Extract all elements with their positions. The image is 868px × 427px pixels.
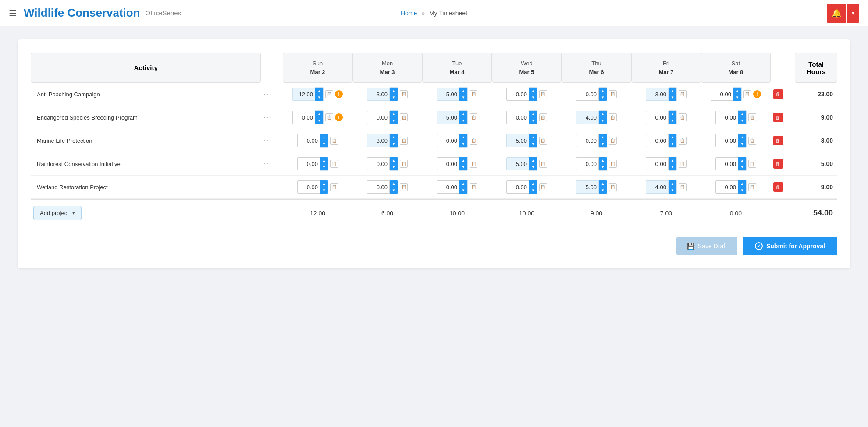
hours-input-r2-d5[interactable] <box>646 134 669 147</box>
hours-input-r3-d6[interactable] <box>715 157 738 170</box>
hours-input-r4-d2[interactable] <box>437 180 459 194</box>
spin-up-r0-d3[interactable]: ▲ <box>529 88 537 94</box>
spin-down-r3-d2[interactable]: ▼ <box>459 164 467 170</box>
spin-down-r3-d6[interactable]: ▼ <box>738 164 746 170</box>
hours-input-r1-d6[interactable] <box>715 111 738 124</box>
spin-up-r3-d3[interactable]: ▲ <box>529 157 537 164</box>
spin-down-r2-d4[interactable]: ▼ <box>599 141 607 147</box>
note-icon-r1-d0[interactable]: 📋 <box>325 113 333 121</box>
spin-down-r2-d3[interactable]: ▼ <box>529 141 537 147</box>
note-icon-r0-d2[interactable]: 📋 <box>470 90 477 98</box>
spin-down-r2-d1[interactable]: ▼ <box>390 141 398 147</box>
warning-icon-r0-d0[interactable]: i <box>335 90 343 98</box>
spin-down-r3-d5[interactable]: ▼ <box>669 164 676 170</box>
note-icon-r3-d2[interactable]: 📋 <box>470 160 477 168</box>
hours-input-r3-d4[interactable] <box>576 157 599 170</box>
breadcrumb-home[interactable]: Home <box>401 10 417 17</box>
spin-up-r1-d0[interactable]: ▲ <box>315 111 323 117</box>
note-icon-r1-d5[interactable]: 📋 <box>679 113 687 121</box>
note-icon-r4-d4[interactable]: 📋 <box>609 183 617 191</box>
hours-input-r1-d4[interactable] <box>576 111 599 124</box>
delete-row-button-0[interactable]: 🗑 <box>773 89 783 99</box>
hours-input-r4-d6[interactable] <box>715 180 738 194</box>
hours-input-r2-d1[interactable] <box>367 134 390 147</box>
spin-up-r1-d6[interactable]: ▲ <box>738 111 746 117</box>
spin-up-r1-d1[interactable]: ▲ <box>390 111 398 117</box>
hours-input-r1-d3[interactable] <box>506 111 529 124</box>
warning-icon-r1-d0[interactable]: i <box>335 113 343 121</box>
note-icon-r1-d6[interactable]: 📋 <box>748 113 756 121</box>
note-icon-r3-d4[interactable]: 📋 <box>609 160 617 168</box>
note-icon-r4-d2[interactable]: 📋 <box>470 183 477 191</box>
spin-up-r2-d5[interactable]: ▲ <box>669 134 676 141</box>
spin-down-r0-d6[interactable]: ▼ <box>733 94 741 101</box>
spin-down-r1-d1[interactable]: ▼ <box>390 117 398 124</box>
spin-down-r1-d0[interactable]: ▼ <box>315 117 323 124</box>
note-icon-r0-d4[interactable]: 📋 <box>609 90 617 98</box>
hours-input-r0-d5[interactable] <box>646 88 669 101</box>
note-icon-r1-d3[interactable]: 📋 <box>539 113 547 121</box>
spin-up-r1-d2[interactable]: ▲ <box>459 111 467 117</box>
hours-input-r0-d6[interactable] <box>711 88 733 101</box>
note-icon-r0-d0[interactable]: 📋 <box>325 90 333 98</box>
row-options-2[interactable]: ··· <box>261 129 283 152</box>
note-icon-r2-d5[interactable]: 📋 <box>679 137 687 145</box>
spin-up-r1-d5[interactable]: ▲ <box>669 111 676 117</box>
hours-input-r3-d0[interactable] <box>297 157 320 170</box>
menu-icon[interactable]: ☰ <box>9 8 17 18</box>
spin-down-r3-d1[interactable]: ▼ <box>390 164 398 170</box>
spin-down-r2-d5[interactable]: ▼ <box>669 141 676 147</box>
spin-up-r1-d3[interactable]: ▲ <box>529 111 537 117</box>
hours-input-r2-d6[interactable] <box>715 134 738 147</box>
spin-down-r1-d6[interactable]: ▼ <box>738 117 746 124</box>
spin-up-r2-d0[interactable]: ▲ <box>320 134 328 141</box>
hours-input-r3-d3[interactable] <box>506 157 529 170</box>
hours-input-r3-d5[interactable] <box>646 157 669 170</box>
note-icon-r3-d3[interactable]: 📋 <box>539 160 547 168</box>
hours-input-r1-d1[interactable] <box>367 111 390 124</box>
spin-up-r2-d2[interactable]: ▲ <box>459 134 467 141</box>
note-icon-r2-d6[interactable]: 📋 <box>748 137 756 145</box>
note-icon-r4-d6[interactable]: 📋 <box>748 183 756 191</box>
spin-down-r2-d2[interactable]: ▼ <box>459 141 467 147</box>
hours-input-r4-d5[interactable] <box>646 180 669 194</box>
note-icon-r4-d1[interactable]: 📋 <box>400 183 408 191</box>
hours-input-r2-d2[interactable] <box>437 134 459 147</box>
spin-down-r3-d0[interactable]: ▼ <box>320 164 328 170</box>
spin-up-r4-d0[interactable]: ▲ <box>320 180 328 187</box>
spin-up-r0-d6[interactable]: ▲ <box>733 88 741 94</box>
header-dropdown-button[interactable]: ▾ <box>847 4 859 23</box>
hours-input-r4-d1[interactable] <box>367 180 390 194</box>
spin-down-r0-d0[interactable]: ▼ <box>315 94 323 101</box>
note-icon-r3-d5[interactable]: 📋 <box>679 160 687 168</box>
spin-down-r4-d5[interactable]: ▼ <box>669 187 676 194</box>
spin-up-r2-d3[interactable]: ▲ <box>529 134 537 141</box>
spin-down-r2-d0[interactable]: ▼ <box>320 141 328 147</box>
spin-up-r0-d2[interactable]: ▲ <box>459 88 467 94</box>
spin-up-r2-d4[interactable]: ▲ <box>599 134 607 141</box>
note-icon-r2-d2[interactable]: 📋 <box>470 137 477 145</box>
note-icon-r4-d5[interactable]: 📋 <box>679 183 687 191</box>
spin-down-r1-d5[interactable]: ▼ <box>669 117 676 124</box>
submit-approval-button[interactable]: ✓ Submit for Approval <box>743 237 837 255</box>
spin-down-r4-d4[interactable]: ▼ <box>599 187 607 194</box>
hours-input-r1-d0[interactable] <box>292 111 315 124</box>
delete-row-button-4[interactable]: 🗑 <box>773 182 783 192</box>
spin-down-r0-d5[interactable]: ▼ <box>669 94 676 101</box>
spin-up-r3-d2[interactable]: ▲ <box>459 157 467 164</box>
hours-input-r4-d3[interactable] <box>506 180 529 194</box>
note-icon-r1-d1[interactable]: 📋 <box>400 113 408 121</box>
spin-up-r0-d5[interactable]: ▲ <box>669 88 676 94</box>
spin-down-r1-d4[interactable]: ▼ <box>599 117 607 124</box>
spin-up-r4-d2[interactable]: ▲ <box>459 180 467 187</box>
warning-icon-r0-d6[interactable]: i <box>753 90 761 98</box>
delete-row-button-2[interactable]: 🗑 <box>773 136 783 145</box>
delete-row-button-3[interactable]: 🗑 <box>773 159 783 169</box>
hours-input-r2-d4[interactable] <box>576 134 599 147</box>
spin-down-r1-d2[interactable]: ▼ <box>459 117 467 124</box>
hours-input-r3-d1[interactable] <box>367 157 390 170</box>
spin-up-r3-d5[interactable]: ▲ <box>669 157 676 164</box>
hours-input-r0-d1[interactable] <box>367 88 390 101</box>
hours-input-r0-d2[interactable] <box>437 88 459 101</box>
spin-up-r3-d0[interactable]: ▲ <box>320 157 328 164</box>
